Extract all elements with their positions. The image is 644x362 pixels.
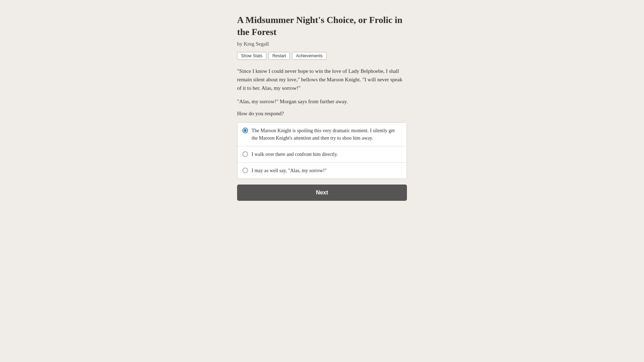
achievements-button[interactable]: Achievements	[292, 52, 326, 60]
choice-label-3: I may as well say, "Alas, my sorrow!"	[252, 167, 327, 174]
choice-item-2[interactable]: I walk over there and confront him direc…	[237, 146, 407, 163]
next-button[interactable]: Next	[237, 185, 407, 201]
restart-button[interactable]: Restart	[269, 52, 290, 60]
choices-container: The Maroon Knight is spoiling this very …	[237, 122, 407, 179]
choice-item-3[interactable]: I may as well say, "Alas, my sorrow!"	[237, 163, 407, 179]
choice-radio-2[interactable]	[242, 151, 248, 157]
choice-label-1: The Maroon Knight is spoiling this very …	[252, 127, 402, 142]
game-title: A Midsummer Night's Choice, or Frolic in…	[237, 14, 407, 38]
choice-item-1[interactable]: The Maroon Knight is spoiling this very …	[237, 123, 407, 146]
story-paragraph-2: "Alas, my sorrow!" Morgan says from furt…	[237, 97, 407, 106]
story-paragraph-1: "Since I know I could never hope to win …	[237, 67, 407, 92]
page-container: A Midsummer Night's Choice, or Frolic in…	[230, 0, 414, 215]
toolbar: Show Stats Restart Achievements	[237, 52, 407, 60]
choice-radio-1[interactable]	[242, 128, 248, 133]
choice-label-2: I walk over there and confront him direc…	[252, 151, 338, 158]
game-author: by Kreg Segall	[237, 41, 407, 47]
story-prompt: How do you respond?	[237, 111, 407, 117]
choice-radio-3[interactable]	[242, 168, 248, 173]
show-stats-button[interactable]: Show Stats	[237, 52, 266, 60]
